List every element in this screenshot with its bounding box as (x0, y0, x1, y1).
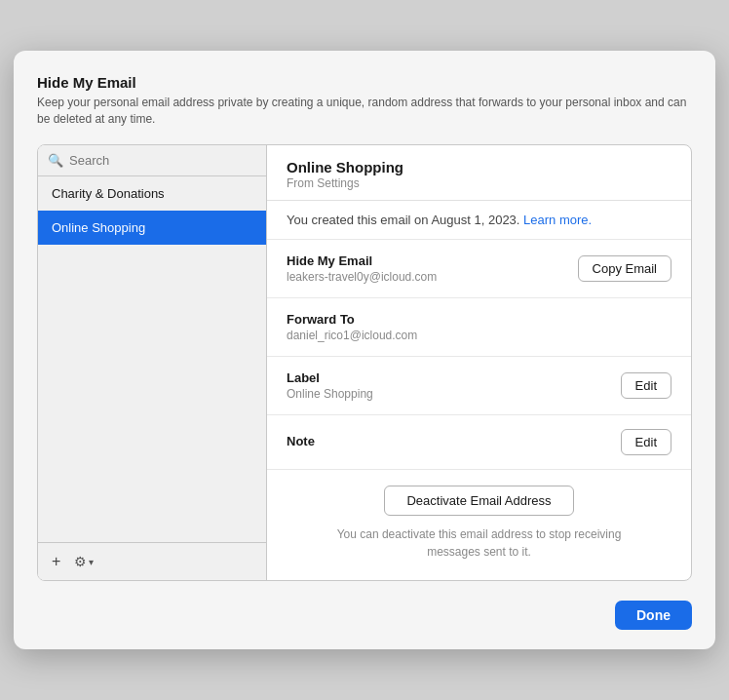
note-row: Note Edit (267, 415, 691, 470)
gear-icon: ⚙ (74, 554, 87, 569)
sidebar: 🔍 Charity & Donations Online Shopping + … (38, 145, 267, 580)
label-field-label: Label (287, 370, 373, 385)
edit-note-button[interactable]: Edit (621, 429, 671, 455)
forward-to-row: Forward To daniel_rico1@icloud.com (267, 298, 691, 357)
chevron-down-icon: ▾ (89, 557, 94, 567)
panel-source: From Settings (287, 176, 671, 190)
dialog-footer: Done (37, 597, 692, 630)
label-row: Label Online Shopping Edit (267, 357, 691, 415)
sidebar-list: Charity & Donations Online Shopping (38, 176, 266, 542)
forward-to-label: Forward To (287, 312, 417, 327)
deactivate-note: You can deactivate this email address to… (314, 525, 645, 561)
note-label: Note (287, 434, 315, 448)
copy-email-button[interactable]: Copy Email (578, 255, 671, 282)
hide-my-email-row: Hide My Email leakers-travel0y@icloud.co… (267, 240, 691, 298)
done-button[interactable]: Done (615, 601, 692, 630)
search-icon: 🔍 (48, 153, 63, 168)
panel-title: Online Shopping (287, 159, 671, 175)
main-content: 🔍 Charity & Donations Online Shopping + … (37, 144, 692, 581)
hide-my-email-label: Hide My Email (287, 253, 437, 268)
deactivate-section: Deactivate Email Address You can deactiv… (267, 470, 691, 580)
add-email-button[interactable]: + (48, 551, 64, 572)
search-bar[interactable]: 🔍 (38, 145, 266, 176)
learn-more-link[interactable]: Learn more. (523, 213, 592, 227)
forward-to-value: daniel_rico1@icloud.com (287, 329, 417, 342)
panel-header: Online Shopping From Settings (267, 145, 691, 201)
dialog-title: Hide My Email (37, 74, 692, 91)
settings-dropdown[interactable]: ⚙ ▾ (74, 554, 94, 569)
deactivate-button[interactable]: Deactivate Email Address (384, 486, 573, 516)
dialog-header: Hide My Email Keep your personal email a… (37, 74, 692, 128)
right-panel: Online Shopping From Settings You create… (267, 145, 691, 580)
sidebar-item-online-shopping[interactable]: Online Shopping (38, 211, 266, 245)
panel-created: You created this email on August 1, 2023… (267, 201, 691, 240)
sidebar-item-charity[interactable]: Charity & Donations (38, 176, 266, 211)
label-field-value: Online Shopping (287, 387, 373, 401)
search-input[interactable] (69, 153, 256, 168)
created-text: You created this email on August 1, 2023… (287, 213, 519, 227)
hide-my-email-dialog: Hide My Email Keep your personal email a… (14, 51, 715, 650)
sidebar-footer: + ⚙ ▾ (38, 542, 266, 580)
edit-label-button[interactable]: Edit (621, 372, 671, 399)
hide-my-email-value: leakers-travel0y@icloud.com (287, 270, 437, 284)
dialog-subtitle: Keep your personal email address private… (37, 95, 692, 128)
